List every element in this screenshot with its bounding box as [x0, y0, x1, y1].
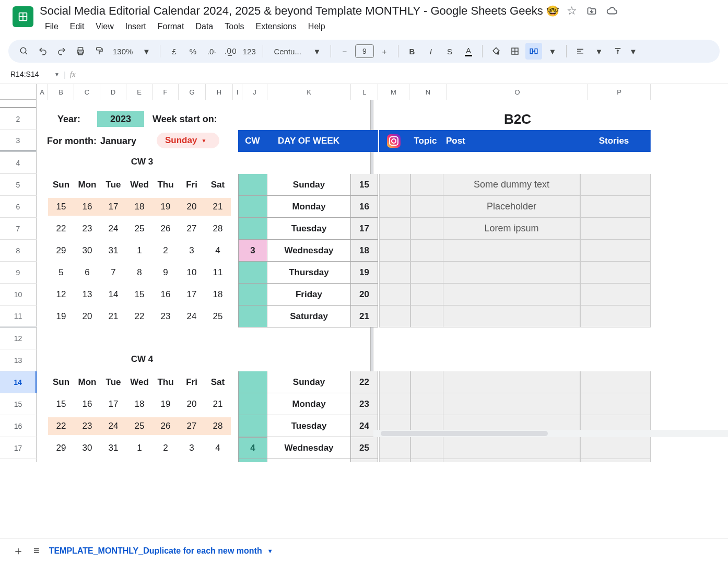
cell-w4-day-1[interactable]: Monday	[267, 393, 351, 415]
cell-w4-post-1[interactable]	[443, 393, 580, 415]
menu-view[interactable]: View	[90, 20, 119, 33]
cell-w4-m-0[interactable]	[379, 371, 410, 393]
col-header-A[interactable]: A	[37, 84, 48, 100]
cal3-cell-3-5[interactable]: 10	[179, 264, 205, 282]
cell-w3-date-1[interactable]: 16	[350, 196, 378, 218]
menu-file[interactable]: File	[40, 20, 64, 33]
move-icon[interactable]	[586, 6, 597, 16]
percent-icon[interactable]: %	[184, 43, 201, 60]
cell-cw3-teal-2[interactable]	[238, 218, 267, 240]
cell-w3-day-6[interactable]: Saturday	[267, 306, 351, 327]
cell-w4-date-1[interactable]: 23	[350, 393, 378, 415]
currency-icon[interactable]: £	[166, 43, 182, 60]
all-sheets-icon[interactable]: ≡	[33, 545, 40, 557]
cell-w4-date-4[interactable]: 26	[350, 459, 378, 462]
align-dropdown-icon[interactable]: ▼	[591, 43, 607, 60]
add-sheet-icon[interactable]: ＋	[13, 543, 24, 559]
text-color-icon[interactable]: A	[460, 43, 477, 60]
cal3-cell-1-2[interactable]: 24	[100, 220, 126, 238]
cell-w4-n-1[interactable]	[410, 393, 447, 415]
sheets-logo[interactable]	[13, 6, 33, 27]
cal4-cell-1-5[interactable]: 27	[179, 417, 205, 435]
cal3-cell-5-6[interactable]: 25	[205, 308, 231, 325]
cal3-cell-3-1[interactable]: 6	[74, 264, 100, 282]
cell-cw4-teal-4[interactable]	[238, 459, 267, 462]
cell-w3-date-6[interactable]: 21	[350, 306, 378, 327]
cal3-cell-4-0[interactable]: 12	[48, 286, 74, 303]
col-header-B[interactable]: B	[48, 84, 74, 100]
cell-w3-m-2[interactable]	[379, 218, 410, 240]
increase-decimal-icon[interactable]: .0̲0	[222, 43, 239, 60]
col-header-L[interactable]: L	[351, 84, 378, 100]
cal3-cell-0-2[interactable]: 17	[100, 198, 126, 216]
cell-w3-stories-6[interactable]	[580, 306, 651, 327]
more-formats-icon[interactable]: 123	[241, 43, 257, 60]
cal3-cell-5-5[interactable]: 24	[179, 308, 205, 325]
cal4-cell-0-6[interactable]: 21	[205, 395, 231, 413]
col-header-H[interactable]: H	[206, 84, 233, 100]
cell-w4-day-3[interactable]: Wednesday	[267, 437, 351, 459]
col-header-J[interactable]: J	[242, 84, 267, 100]
print-icon[interactable]	[72, 43, 89, 60]
cell-w4-day-4[interactable]: Thursday	[267, 459, 351, 462]
document-title[interactable]: Social Media Editorial Calendar 2024, 20…	[40, 4, 543, 18]
row-header-4[interactable]: 4	[0, 152, 37, 174]
cell-w3-day-0[interactable]: Sunday	[267, 174, 351, 196]
row-header-15[interactable]: 15	[0, 393, 37, 415]
menu-help[interactable]: Help	[303, 20, 331, 33]
borders-icon[interactable]	[507, 43, 523, 60]
cal3-cell-5-0[interactable]: 19	[48, 308, 74, 325]
cell-w3-stories-3[interactable]	[580, 240, 651, 262]
cell-w3-n-6[interactable]	[410, 306, 447, 327]
cell-w3-date-4[interactable]: 19	[350, 262, 378, 284]
col-header-D[interactable]: D	[100, 84, 126, 100]
menu-format[interactable]: Format	[152, 20, 190, 33]
cell-w3-n-4[interactable]	[410, 262, 447, 284]
horizontal-align-icon[interactable]	[572, 43, 589, 60]
cell-w4-m-3[interactable]	[379, 437, 410, 459]
cell-w3-post-2[interactable]: Lorem ipsum	[443, 218, 580, 240]
cell-w3-date-3[interactable]: 18	[350, 240, 378, 262]
cal4-cell-2-0[interactable]: 29	[48, 439, 74, 457]
cal3-cell-3-0[interactable]: 5	[48, 264, 74, 282]
row-header-1-partial[interactable]	[0, 100, 37, 108]
cell-w4-m-4[interactable]	[379, 459, 410, 462]
cell-w3-stories-1[interactable]	[580, 196, 651, 218]
col-header-G[interactable]: G	[179, 84, 206, 100]
row-header-10[interactable]: 10	[0, 284, 37, 306]
row-header-16[interactable]: 16	[0, 415, 37, 437]
cell-w4-n-4[interactable]	[410, 459, 447, 462]
cell-w3-stories-4[interactable]	[580, 262, 651, 284]
font-select[interactable]: Centu...	[268, 47, 307, 56]
col-header-P[interactable]: P	[588, 84, 651, 100]
menu-tools[interactable]: Tools	[219, 20, 249, 33]
cal3-cell-0-3[interactable]: 18	[126, 198, 152, 216]
row-header-2[interactable]: 2	[0, 108, 37, 130]
cell-w4-stories-1[interactable]	[580, 393, 651, 415]
cell-w3-post-1[interactable]: Placeholder	[443, 196, 580, 218]
cell-w4-post-3[interactable]	[443, 437, 580, 459]
cal3-cell-3-2[interactable]: 7	[100, 264, 126, 282]
cell-w3-day-2[interactable]: Tuesday	[267, 218, 351, 240]
row-header-18[interactable]: 18	[0, 459, 37, 462]
cal4-cell-2-3[interactable]: 1	[126, 439, 152, 457]
cal4-cell-2-2[interactable]: 31	[100, 439, 126, 457]
cal4-cell-2-6[interactable]: 4	[205, 439, 231, 457]
dropdown-week-start[interactable]: Sunday	[157, 133, 219, 148]
cal3-cell-1-5[interactable]: 27	[179, 220, 205, 238]
cell-cw4-teal-1[interactable]	[238, 393, 267, 415]
cal3-cell-0-5[interactable]: 20	[179, 198, 205, 216]
cell-w3-n-5[interactable]	[410, 284, 447, 306]
cell-w3-n-0[interactable]	[410, 174, 447, 196]
cell-year-value[interactable]: 2023	[97, 111, 144, 127]
row-header-14[interactable]: 14	[0, 371, 37, 393]
cal4-cell-0-1[interactable]: 16	[74, 395, 100, 413]
font-size-input[interactable]: 9	[355, 44, 374, 58]
row-header-11[interactable]: 11	[0, 306, 37, 327]
cell-w3-n-3[interactable]	[410, 240, 447, 262]
cell-w3-m-6[interactable]	[379, 306, 410, 327]
row-header-5[interactable]: 5	[0, 174, 37, 196]
cal4-cell-0-5[interactable]: 20	[179, 395, 205, 413]
cell-cw3-teal-5[interactable]	[238, 284, 267, 306]
cell-w4-stories-4[interactable]	[580, 459, 651, 462]
